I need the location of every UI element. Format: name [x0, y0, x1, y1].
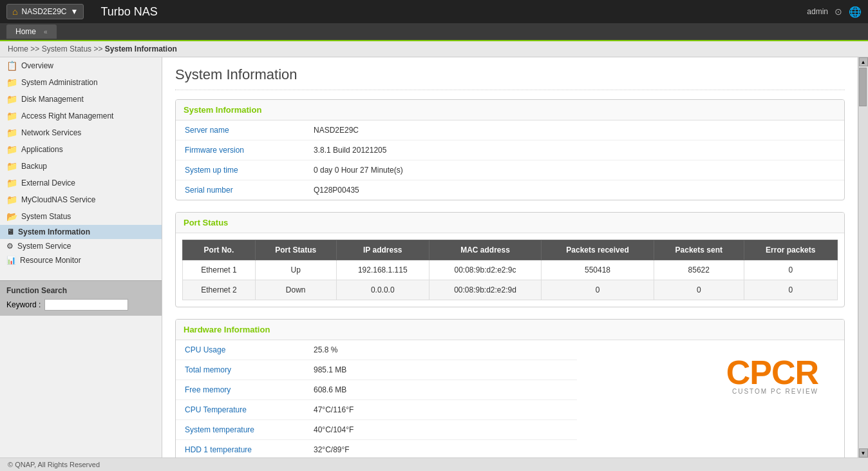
- col-mac: MAC address: [429, 240, 541, 260]
- sidebar-item-applications[interactable]: 📁 Applications: [0, 141, 162, 158]
- label-hdd-temp: HDD 1 temperature: [176, 440, 305, 458]
- scroll-down-btn[interactable]: ▼: [859, 448, 868, 457]
- footer: © QNAP, All Rights Reserved: [0, 457, 868, 471]
- navbar: Home «: [0, 23, 868, 41]
- col-ip: IP address: [336, 240, 429, 260]
- backup-label: Backup: [21, 162, 47, 171]
- sidebar-item-system-status[interactable]: 📂 System Status: [0, 208, 162, 225]
- scroll-thumb[interactable]: [859, 68, 867, 106]
- system-info-table: Server name NASD2E29C Firmware version 3…: [176, 120, 844, 200]
- service-icon: ⚙: [6, 242, 14, 251]
- sidebar-item-mycloudnas[interactable]: 📁 MyCloudNAS Service: [0, 191, 162, 208]
- hardware-table: CPU Usage 25.8 % Total memory 985.1 MB F…: [176, 340, 577, 457]
- table-row: System temperature 40°C/104°F: [176, 420, 577, 440]
- value-cpu-temp: 47°C/116°F: [305, 400, 577, 420]
- function-search-row: Keyword :: [6, 299, 155, 311]
- port-status-table: Port No. Port Status IP address MAC addr…: [182, 240, 838, 300]
- sidebar-item-system-information[interactable]: 🖥 System Information: [0, 225, 162, 239]
- cell-received1: 550418: [542, 260, 654, 280]
- table-row: CPU Temperature 47°C/116°F: [176, 400, 577, 420]
- scrollbar[interactable]: ▲ ▼: [858, 57, 868, 457]
- value-server-name: NASD2E29C: [305, 120, 844, 140]
- access-right-label: Access Right Management: [21, 111, 113, 120]
- main-layout: 📋 Overview 📁 System Administration 📁 Dis…: [0, 57, 868, 457]
- col-error: Error packets: [744, 240, 837, 260]
- nas-selector[interactable]: ⌂ NASD2E29C ▼: [6, 4, 84, 19]
- content-area: System Information System Information Se…: [162, 57, 858, 457]
- cell-received2: 0: [542, 280, 654, 300]
- sidebar-item-system-service[interactable]: ⚙ System Service: [0, 239, 162, 253]
- label-serial: Serial number: [176, 180, 305, 200]
- port-table-wrapper: Port No. Port Status IP address MAC addr…: [176, 233, 844, 307]
- content-wrapper: System Information System Information Se…: [162, 57, 868, 457]
- value-sys-temp: 40°C/104°F: [305, 420, 577, 440]
- folder-icon: 📁: [6, 77, 17, 88]
- system-information-label: System Information: [18, 227, 90, 236]
- cell-mac1: 00:08:9b:d2:e2:9c: [429, 260, 541, 280]
- sidebar-item-resource-monitor[interactable]: 📊 Resource Monitor: [0, 253, 162, 267]
- logo-sub: CUSTOM PC REVIEW: [726, 388, 818, 395]
- admin-label[interactable]: admin: [807, 7, 828, 16]
- sidebar-item-backup[interactable]: 📁 Backup: [0, 158, 162, 175]
- sidebar: 📋 Overview 📁 System Administration 📁 Dis…: [0, 57, 162, 457]
- label-firmware: Firmware version: [176, 140, 305, 160]
- system-administration-label: System Administration: [21, 78, 98, 87]
- sidebar-item-network-services[interactable]: 📁 Network Services: [0, 124, 162, 141]
- monitor-icon: 📊: [6, 256, 16, 265]
- label-free-mem: Free memory: [176, 380, 305, 400]
- breadcrumb-system-status[interactable]: System Status: [42, 44, 91, 53]
- cell-port2: Ethernet 2: [183, 280, 256, 300]
- scroll-up-btn[interactable]: ▲: [859, 57, 868, 66]
- cell-ip2: 0.0.0.0: [336, 280, 429, 300]
- info-icon: 🖥: [6, 227, 14, 236]
- folder-icon-access: 📁: [6, 111, 17, 121]
- sidebar-item-disk-management[interactable]: 📁 Disk Management: [0, 91, 162, 108]
- keyword-input[interactable]: [44, 299, 128, 311]
- folder-icon-disk: 📁: [6, 94, 17, 104]
- breadcrumb: Home >> System Status >> System Informat…: [0, 41, 868, 57]
- label-uptime: System up time: [176, 160, 305, 180]
- cell-port1: Ethernet 1: [183, 260, 256, 280]
- home-tab[interactable]: Home «: [6, 24, 57, 39]
- system-service-label: System Service: [17, 242, 71, 251]
- collapse-icon[interactable]: «: [44, 28, 48, 35]
- page-title: System Information: [175, 66, 845, 90]
- logo-nas: NAS: [131, 5, 158, 18]
- label-cpu-usage: CPU Usage: [176, 340, 305, 360]
- sidebar-item-access-right[interactable]: 📁 Access Right Management: [0, 108, 162, 124]
- system-status-label: System Status: [21, 212, 71, 221]
- value-uptime: 0 day 0 Hour 27 Minute(s): [305, 160, 844, 180]
- cell-sent2: 0: [654, 280, 744, 300]
- table-row: CPU Usage 25.8 %: [176, 340, 577, 360]
- table-row: Ethernet 1 Up 192.168.1.115 00:08:9b:d2:…: [183, 260, 838, 280]
- col-received: Packets received: [542, 240, 654, 260]
- network-services-label: Network Services: [21, 128, 81, 137]
- label-total-mem: Total memory: [176, 360, 305, 380]
- col-port-no: Port No.: [183, 240, 256, 260]
- applications-label: Applications: [21, 145, 63, 154]
- cell-error2: 0: [744, 280, 837, 300]
- value-free-mem: 608.6 MB: [305, 380, 577, 400]
- sidebar-item-external-device[interactable]: 📁 External Device: [0, 175, 162, 191]
- mycloudnas-label: MyCloudNAS Service: [21, 195, 95, 204]
- home-label: Home: [15, 27, 36, 36]
- content-inner: System Information System Information Se…: [162, 57, 858, 457]
- topbar-right: admin ⊙ 🌐: [807, 6, 862, 18]
- sidebar-item-overview[interactable]: 📋 Overview: [0, 57, 162, 74]
- table-row: HDD 1 temperature 32°C/89°F: [176, 440, 577, 458]
- breadcrumb-home[interactable]: Home: [8, 44, 28, 53]
- nas-name: NASD2E29C: [21, 7, 66, 16]
- function-search: Function Search Keyword :: [0, 280, 162, 316]
- function-search-title: Function Search: [6, 286, 155, 295]
- table-row: Firmware version 3.8.1 Build 20121205: [176, 140, 844, 160]
- globe-icon[interactable]: 🌐: [849, 6, 862, 18]
- topbar: ⌂ NASD2E29C ▼ Turbo NAS admin ⊙ 🌐: [0, 0, 868, 23]
- label-cpu-temp: CPU Temperature: [176, 400, 305, 420]
- system-info-title: System Information: [176, 100, 844, 120]
- table-row: Ethernet 2 Down 0.0.0.0 00:08:9b:d2:e2:9…: [183, 280, 838, 300]
- resource-monitor-label: Resource Monitor: [20, 256, 81, 265]
- cell-status2: Down: [255, 280, 336, 300]
- port-status-section: Port Status Port No. Port Status IP addr…: [175, 212, 845, 307]
- table-header-row: Port No. Port Status IP address MAC addr…: [183, 240, 838, 260]
- sidebar-item-system-administration[interactable]: 📁 System Administration: [0, 74, 162, 91]
